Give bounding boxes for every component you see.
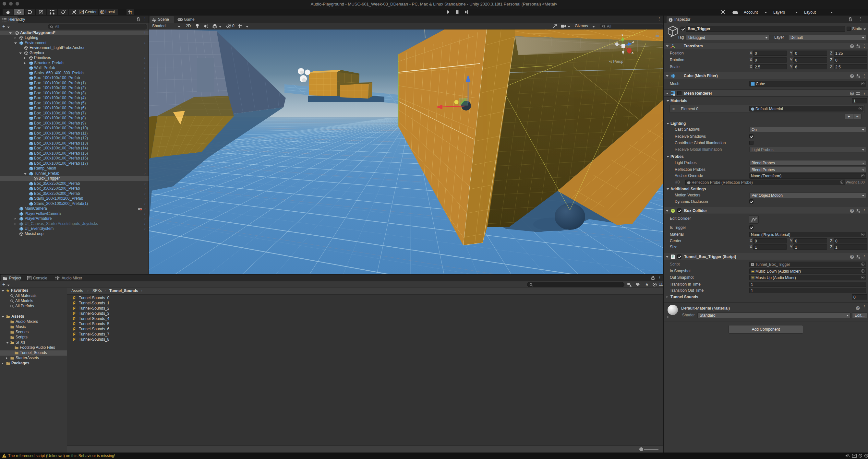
svg-text:?: ? <box>851 92 853 95</box>
svg-text:⋖ Persp: ⋖ Persp <box>609 59 623 64</box>
svg-text:y: y <box>621 32 624 36</box>
svg-text:?: ? <box>851 255 853 259</box>
svg-text:#: # <box>672 255 674 259</box>
svg-text:?: ? <box>851 44 853 48</box>
svg-text:z: z <box>632 39 634 43</box>
svg-text:?: ? <box>857 306 859 310</box>
svg-text:?: ? <box>851 209 853 212</box>
svg-text:x: x <box>631 51 634 55</box>
svg-text:?: ? <box>851 74 853 78</box>
svg-text:#: # <box>752 264 753 266</box>
